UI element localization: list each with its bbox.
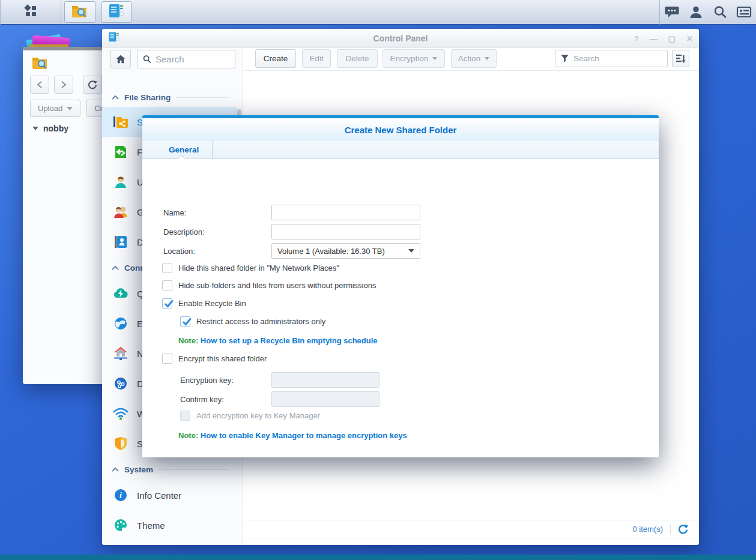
chat-button[interactable] bbox=[660, 0, 684, 25]
help-button[interactable]: ? bbox=[634, 34, 639, 43]
file-station-taskbar-button[interactable] bbox=[64, 1, 95, 23]
caret-down-icon bbox=[485, 57, 489, 60]
checkbox-box-disabled[interactable] bbox=[180, 411, 190, 421]
user-account-icon bbox=[113, 174, 129, 190]
user-account-button[interactable] bbox=[684, 0, 708, 25]
control-panel-icon bbox=[108, 3, 125, 21]
security-icon bbox=[113, 436, 129, 451]
sidebar-item-regional-options[interactable]: Regional Options bbox=[102, 540, 237, 545]
desktop-bottom-strip bbox=[0, 555, 756, 560]
control-panel-toolbar: Create Edit Delete Encryption Action bbox=[244, 48, 699, 71]
key-manager-note: Note: How to enable Key Manager to manag… bbox=[178, 431, 407, 440]
sidebar-search-input[interactable] bbox=[156, 54, 222, 64]
toolbar-search-input[interactable] bbox=[573, 54, 652, 63]
recycle-bin-note: Note: How to set up a Recycle Bin emptyi… bbox=[178, 336, 378, 345]
domain-ldap-icon bbox=[113, 234, 129, 250]
sidebar-search bbox=[137, 50, 235, 68]
upload-button[interactable]: Upload bbox=[30, 100, 80, 117]
svg-text:i: i bbox=[119, 491, 122, 500]
status-bar: 0 item(s) bbox=[244, 520, 699, 538]
section-rule bbox=[159, 469, 229, 470]
taskbar bbox=[0, 0, 756, 25]
caret-down-icon bbox=[408, 249, 414, 253]
control-panel-titlebar[interactable]: Control Panel ? — ▢ ✕ bbox=[102, 29, 699, 48]
item-count: 0 item(s) bbox=[632, 525, 663, 534]
home-button[interactable] bbox=[110, 50, 131, 68]
caret-down-icon bbox=[67, 107, 73, 110]
back-button[interactable] bbox=[30, 76, 49, 94]
user-icon bbox=[689, 5, 703, 19]
tree-item-nobby[interactable]: nobby bbox=[32, 124, 68, 133]
window-controls: ? — ▢ ✕ bbox=[634, 29, 693, 48]
checkbox-box[interactable] bbox=[162, 354, 172, 364]
checkbox-box[interactable] bbox=[162, 280, 172, 291]
checkbox-add-key-manager[interactable]: Add encryption key to Key Manager bbox=[180, 411, 320, 421]
external-access-icon bbox=[113, 316, 129, 331]
control-panel-window-icon bbox=[108, 31, 120, 45]
refresh-button[interactable] bbox=[83, 76, 102, 94]
theme-icon bbox=[113, 517, 129, 533]
file-services-icon bbox=[113, 144, 129, 160]
checkbox-enable-recycle-bin[interactable]: Enable Recycle Bin bbox=[162, 298, 246, 309]
home-icon bbox=[115, 54, 126, 64]
window-title: Control Panel bbox=[102, 34, 699, 43]
taskbar-right bbox=[659, 0, 756, 25]
maximize-button[interactable]: ▢ bbox=[668, 34, 676, 43]
checkbox-box[interactable] bbox=[162, 263, 172, 273]
recycle-bin-schedule-link[interactable]: How to set up a Recycle Bin emptying sch… bbox=[201, 336, 378, 345]
sidebar-section-system[interactable]: System bbox=[102, 459, 237, 480]
create-shared-folder-dialog: Create New Shared Folder General Name: D… bbox=[142, 115, 659, 457]
encryption-dropdown-button[interactable]: Encryption bbox=[383, 49, 445, 68]
sidebar-item-theme[interactable]: Theme bbox=[102, 510, 237, 540]
confirm-key-field[interactable] bbox=[271, 391, 380, 407]
minimize-button[interactable]: — bbox=[650, 34, 658, 43]
key-manager-link[interactable]: How to enable Key Manager to manage encr… bbox=[201, 431, 407, 440]
checkbox-box-checked[interactable] bbox=[162, 298, 172, 309]
chevron-up-icon bbox=[112, 265, 119, 270]
checkbox-hide-shared-folder[interactable]: Hide this shared folder in "My Network P… bbox=[162, 263, 339, 273]
forward-button[interactable] bbox=[54, 76, 73, 94]
delete-button[interactable]: Delete bbox=[337, 49, 378, 68]
close-button[interactable]: ✕ bbox=[686, 34, 693, 43]
taskbar-separator bbox=[61, 0, 61, 25]
notifications-icon bbox=[736, 5, 752, 19]
edit-button[interactable]: Edit bbox=[302, 49, 331, 68]
encryption-key-field[interactable] bbox=[271, 372, 380, 388]
action-dropdown-button[interactable]: Action bbox=[451, 49, 497, 68]
checkbox-restrict-admins[interactable]: Restrict access to administrators only bbox=[180, 316, 325, 327]
main-menu-button[interactable] bbox=[1, 0, 61, 25]
refresh-icon[interactable] bbox=[678, 524, 688, 534]
group-icon bbox=[113, 204, 129, 220]
checkbox-box-checked[interactable] bbox=[180, 316, 190, 327]
quickconnect-icon bbox=[113, 286, 129, 301]
notifications-button[interactable] bbox=[732, 0, 756, 25]
checkbox-encrypt-folder[interactable]: Encrypt this shared folder bbox=[162, 354, 267, 364]
search-button[interactable] bbox=[708, 0, 732, 25]
file-station-window-icon bbox=[31, 55, 49, 72]
description-label: Description: bbox=[163, 227, 205, 236]
location-label: Location: bbox=[163, 247, 195, 256]
description-field[interactable] bbox=[271, 224, 420, 239]
refresh-icon bbox=[88, 80, 97, 89]
name-field[interactable] bbox=[271, 205, 420, 220]
dialog-body: Name: Description: Location: Volume 1 (A… bbox=[142, 159, 659, 457]
sidebar-section-file-sharing[interactable]: File Sharing bbox=[102, 88, 237, 107]
main-menu-icon bbox=[23, 3, 38, 21]
desktop: Upload Create nobby Control Panel ? — ▢ … bbox=[0, 0, 756, 560]
control-panel-taskbar-button[interactable] bbox=[101, 1, 132, 23]
toolbar-search bbox=[555, 50, 668, 67]
checkbox-hide-subfolders[interactable]: Hide sub-folders and files from users wi… bbox=[162, 280, 376, 291]
chevron-left-icon bbox=[37, 80, 43, 89]
sidebar-item-info-center[interactable]: i Info Center bbox=[102, 480, 237, 510]
encryption-key-label: Encryption key: bbox=[180, 376, 234, 385]
info-center-icon: i bbox=[113, 487, 129, 503]
network-icon bbox=[113, 346, 129, 361]
dialog-tabs: General bbox=[142, 141, 659, 159]
tab-general[interactable]: General bbox=[156, 141, 213, 158]
dialog-header[interactable]: Create New Shared Folder bbox=[142, 118, 659, 141]
sort-button[interactable] bbox=[672, 50, 689, 67]
shared-folder-icon bbox=[113, 114, 129, 130]
create-button[interactable]: Create bbox=[255, 49, 296, 68]
status-separator bbox=[670, 525, 671, 534]
location-select[interactable]: Volume 1 (Available: 16.30 TB) bbox=[271, 243, 420, 259]
